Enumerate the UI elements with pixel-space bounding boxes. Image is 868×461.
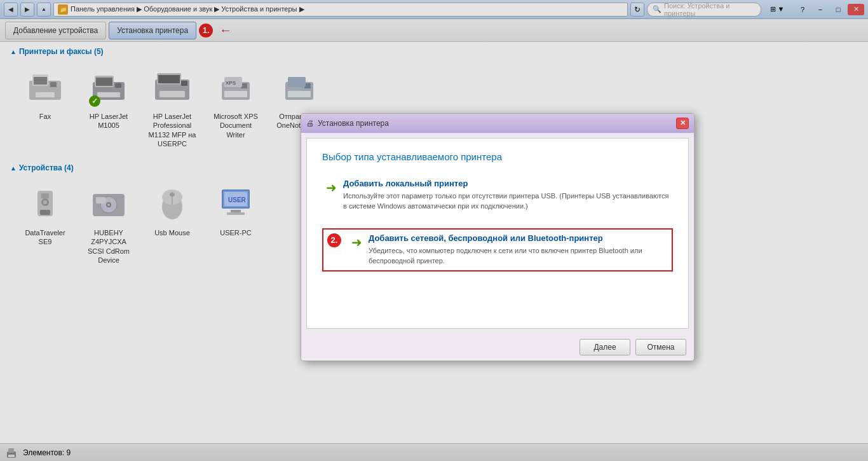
dialog-titlebar-left: 🖨 Установка принтера — [306, 119, 389, 128]
option2-title: Добавить сетевой, беспроводной или Bluet… — [369, 233, 668, 243]
dialog-overlay: 🖨 Установка принтера ✕ Выбор типа устана… — [0, 0, 868, 461]
option2-desc: Убедитесь, что компьютер подключен к сет… — [369, 245, 668, 266]
option-network-printer[interactable]: 2. ➜ Добавить сетевой, беспроводной или … — [322, 228, 673, 272]
option1-desc: Используйте этот параметр только при отс… — [343, 191, 669, 212]
option2-text: Добавить сетевой, беспроводной или Bluet… — [369, 233, 668, 266]
option1-arrow-icon: ➜ — [326, 180, 337, 195]
option2-arrow-icon: ➜ — [351, 235, 362, 250]
dialog-body: Выбор типа устанавливаемого принтера ➜ Д… — [306, 138, 689, 329]
cancel-button[interactable]: Отмена — [635, 339, 686, 355]
option-local-printer[interactable]: ➜ Добавить локальный принтер Используйте… — [322, 175, 673, 216]
dialog-close-button[interactable]: ✕ — [676, 118, 689, 129]
dialog-title: Установка принтера — [318, 119, 389, 128]
option1-text: Добавить локальный принтер Используйте э… — [343, 179, 669, 212]
dialog-footer: Далее Отмена — [301, 334, 694, 361]
dialog-titlebar: 🖨 Установка принтера ✕ — [301, 114, 694, 133]
dialog-printer-icon: 🖨 — [306, 119, 314, 128]
next-button[interactable]: Далее — [580, 339, 630, 355]
option1-title: Добавить локальный принтер — [343, 179, 669, 188]
dialog-heading: Выбор типа устанавливаемого принтера — [322, 151, 673, 162]
install-printer-dialog: 🖨 Установка принтера ✕ Выбор типа устана… — [301, 113, 695, 361]
annotation-2: 2. — [327, 233, 341, 247]
